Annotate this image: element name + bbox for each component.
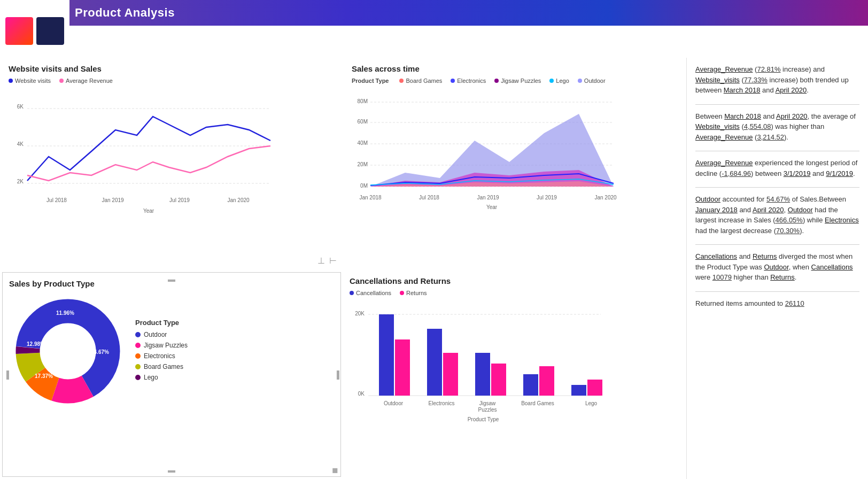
corner-resize-handle[interactable]: ◼ [332,466,338,474]
sales-time-panel: Sales across time Product Type Board Gam… [343,58,686,270]
separator-1 [695,104,859,105]
avg-revenue-link-3[interactable]: Average_Revenue [695,159,753,167]
x-label-jan2020: Jan 2020 [227,197,250,203]
board-games-legend-label: Board Games [144,363,183,370]
lego-dot [549,79,554,83]
april-2020-link[interactable]: April 2020 [776,86,807,94]
website-visits-panel: Website visits and Sales Website visits … [0,58,343,270]
jigsaw-pct-label: 17.37% [35,373,53,379]
donut-container: 54.67% 17.37% 12.98% 11.96% Product Type… [9,292,334,410]
april-2020-link-2[interactable]: April 2020 [776,112,808,120]
returns-dot [400,291,404,295]
avg-revenue-link-2[interactable]: Average_Revenue [695,133,753,141]
separator-5 [695,291,859,292]
electronics-dot [451,79,455,83]
lego-legend-dot [135,375,141,380]
resize-vertical-icon[interactable]: ⊥ [317,256,325,266]
cancellations-legend: Cancellations Returns [350,290,680,296]
legend-returns: Returns [400,290,427,296]
avg-revenue-pct: 72.81% [757,65,780,73]
jigsaw-dot [494,79,499,83]
cancellations-link[interactable]: Cancellations [695,252,737,260]
sales-time-legend: Product Type Board Games Electronics Jig… [352,78,678,84]
march-2018-link-2[interactable]: March 2018 [724,112,761,120]
page-title: Product Analysis [75,6,175,20]
insight-2: Between March 2018 and April 2020, the a… [695,111,859,143]
bottom-resize-handle[interactable]: ▬ [168,466,175,474]
outdoor-return-bar [395,339,410,396]
outdoor-link-1[interactable]: Outdoor [695,195,720,203]
legend-outdoor: Outdoor [578,78,606,84]
date-link-1[interactable]: 3/1/2019 [784,169,811,177]
website-visits-link-1[interactable]: Website_visits [695,76,740,84]
resize-controls[interactable]: ⊥ ⊢ [317,256,337,266]
x-axis-label: Year [143,208,154,214]
avg-revenue-link-1[interactable]: Average_Revenue [695,65,753,73]
cancellations-link-2[interactable]: Cancellations [811,263,853,271]
legend-item-board-games: Board Games [135,363,188,370]
electronics-link[interactable]: Electronics [825,216,859,224]
insights-panel: Average_Revenue (72.81% increase) and We… [686,58,868,479]
legend-jigsaw: Jigsaw Puzzles [494,78,541,84]
y-label-2k: 2K [17,179,24,184]
avg-revenue-dot [59,79,64,83]
donut-legend: Product Type Outdoor Jigsaw Puzzles Elec… [135,319,188,384]
website-visits-line [27,117,270,181]
legend-item-electronics: Electronics [135,352,188,360]
outdoor-link-3[interactable]: Outdoor [764,263,788,271]
right-resize-handle[interactable]: ▐ [334,370,339,379]
x-label-jul2019: Jul 2019 [169,197,190,203]
svg-text:Jan 2018: Jan 2018 [359,195,382,200]
donut-chart-svg: 54.67% 17.37% 12.98% 11.96% [9,292,127,410]
legend-lego: Lego [549,78,569,84]
date-link-2[interactable]: 9/1/2019 [826,169,853,177]
separator-3 [695,187,859,188]
outdoor-link-2[interactable]: Outdoor [788,206,813,214]
cancellations-panel: Cancellations and Returns Cancellations … [343,270,686,479]
april-2020-link-3[interactable]: April 2020 [753,206,784,214]
board-games-dot [399,79,404,83]
left-resize-handle[interactable]: ▐ [4,370,9,379]
top-resize-handle[interactable]: ▬ [168,275,175,283]
legend-website-visits: Website visits [9,78,51,84]
sales-product-panel: Sales by Product Type 54.67% 17.37% [2,272,341,477]
website-chart-legend: Website visits Average Revenue [9,78,335,84]
separator-4 [695,244,859,245]
svg-text:20M: 20M [358,161,368,167]
logo-pink-square [5,17,33,45]
bar-chart-svg: 20K 0K [350,299,606,422]
website-visits-pct: 77.33% [744,76,768,84]
website-visits-link-2[interactable]: Website_visits [695,122,740,130]
legend-board-games: Board Games [399,78,442,84]
svg-text:20K: 20K [355,311,365,316]
donut-center [41,325,95,378]
insight-3: Average_Revenue experienced the longest … [695,158,859,179]
svg-text:40M: 40M [358,140,368,146]
electronics-legend-dot [135,353,141,359]
board-cancel-bar [523,374,538,396]
header: Product Analysis [0,0,868,26]
x-jigsaw-1: Jigsaw [479,400,496,406]
resize-horizontal-icon[interactable]: ⊢ [329,256,337,266]
y-label-6k: 6K [17,104,24,110]
svg-text:0K: 0K [358,391,365,397]
electronics-legend-label: Electronics [144,352,175,360]
legend-item-jigsaw: Jigsaw Puzzles [135,342,188,349]
cancellations-dot [350,291,354,295]
x-label-jul2018: Jul 2018 [46,197,67,203]
website-chart-svg: 6K 4K 2K Jul 2018 Jan 2019 Jul 2019 Jan … [9,87,276,215]
jigsaw-label: Jigsaw Puzzles [501,78,541,84]
board-games-label: Board Games [406,78,442,84]
march-2018-link[interactable]: March 2018 [724,86,761,94]
jan-2018-link[interactable]: January 2018 [695,206,738,214]
jigsaw-legend-label: Jigsaw Puzzles [144,342,188,349]
svg-text:Jul 2019: Jul 2019 [537,195,557,200]
legend-electronics: Electronics [451,78,486,84]
returns-link-2[interactable]: Returns [770,273,795,281]
outdoor-legend-dot [135,332,141,337]
returns-link[interactable]: Returns [753,252,777,260]
x-jigsaw-2: Puzzles [478,407,497,413]
sales-time-svg: 80M 60M 40M 20M 0M [352,87,619,215]
returns-label: Returns [406,290,427,296]
board-return-bar [539,366,554,396]
